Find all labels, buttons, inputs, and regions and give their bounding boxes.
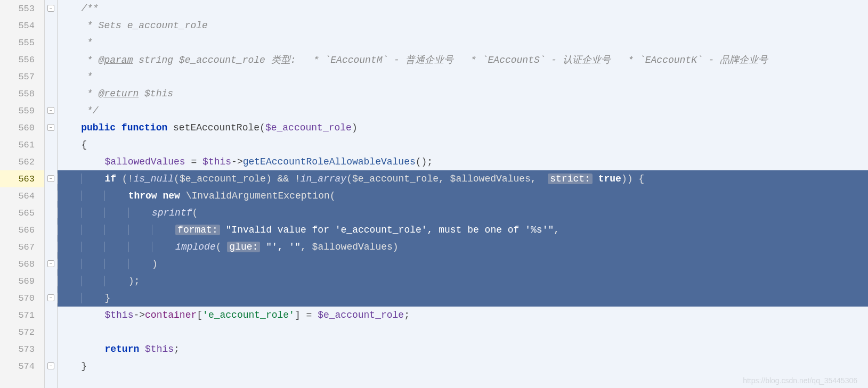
- line-number: 563: [0, 170, 44, 187]
- code-line[interactable]: *: [58, 68, 868, 85]
- code-line[interactable]: $this->container['e_account_role'] = $e_…: [58, 307, 868, 324]
- line-number: 553: [0, 0, 44, 17]
- code-line[interactable]: */: [58, 102, 868, 119]
- code-line[interactable]: if (!is_null($e_account_role) && !in_arr…: [58, 170, 868, 187]
- code-line[interactable]: *: [58, 34, 868, 51]
- line-number: 571: [0, 307, 44, 324]
- code-line[interactable]: throw new \InvalidArgumentException(: [58, 187, 868, 204]
- line-number: 567: [0, 238, 44, 255]
- line-number: 554: [0, 17, 44, 34]
- code-line[interactable]: * @param string $e_account_role 类型: * `E…: [58, 51, 868, 68]
- fold-toggle-icon[interactable]: –: [47, 124, 54, 131]
- code-line[interactable]: format: "Invalid value for 'e_account_ro…: [58, 221, 868, 238]
- line-number: 573: [0, 341, 44, 358]
- code-line[interactable]: implode( glue: "', '", $allowedValues): [58, 238, 868, 255]
- code-editor[interactable]: 5535545555565575585595605615625635645655…: [0, 0, 868, 388]
- code-line[interactable]: ): [58, 255, 868, 273]
- line-number: 558: [0, 85, 44, 102]
- line-number: 557: [0, 68, 44, 85]
- line-number: 568: [0, 255, 44, 273]
- line-number: 562: [0, 153, 44, 170]
- code-line[interactable]: }: [58, 290, 868, 307]
- line-number-gutter[interactable]: 5535545555565575585595605615625635645655…: [0, 0, 45, 388]
- watermark-text: https://blog.csdn.net/qq_35445306: [743, 376, 857, 385]
- code-line[interactable]: );: [58, 273, 868, 290]
- code-line[interactable]: [58, 324, 868, 341]
- line-number: 561: [0, 136, 44, 153]
- code-line[interactable]: sprintf(: [58, 204, 868, 221]
- fold-toggle-icon[interactable]: –: [47, 175, 54, 182]
- fold-toggle-icon[interactable]: –: [47, 294, 54, 301]
- line-number: 555: [0, 34, 44, 51]
- code-line[interactable]: /**: [58, 0, 868, 17]
- code-line[interactable]: public function setEAccountRole($e_accou…: [58, 119, 868, 136]
- code-area[interactable]: https://blog.csdn.net/qq_35445306 /** * …: [58, 0, 868, 388]
- inline-hint: strict:: [548, 174, 593, 184]
- fold-gutter[interactable]: –––––––: [45, 0, 58, 388]
- line-number: 559: [0, 102, 44, 119]
- line-number: 570: [0, 290, 44, 307]
- fold-toggle-icon[interactable]: –: [47, 107, 54, 114]
- line-number: 572: [0, 324, 44, 341]
- fold-toggle-icon[interactable]: –: [47, 362, 54, 369]
- code-line[interactable]: }: [58, 358, 868, 375]
- inline-hint: glue:: [227, 242, 260, 252]
- line-number: 566: [0, 221, 44, 238]
- line-number: 574: [0, 358, 44, 375]
- line-number: 556: [0, 51, 44, 68]
- code-line[interactable]: return $this;: [58, 341, 868, 358]
- code-line[interactable]: * Sets e_account_role: [58, 17, 868, 34]
- fold-toggle-icon[interactable]: –: [47, 260, 54, 267]
- inline-hint: format:: [175, 225, 220, 235]
- line-number: 560: [0, 119, 44, 136]
- code-line[interactable]: * @return $this: [58, 85, 868, 102]
- code-line[interactable]: {: [58, 136, 868, 153]
- line-number: 565: [0, 204, 44, 221]
- fold-toggle-icon[interactable]: –: [47, 5, 54, 12]
- line-number: 564: [0, 187, 44, 204]
- line-number: 569: [0, 273, 44, 290]
- code-line[interactable]: $allowedValues = $this->getEAccountRoleA…: [58, 153, 868, 170]
